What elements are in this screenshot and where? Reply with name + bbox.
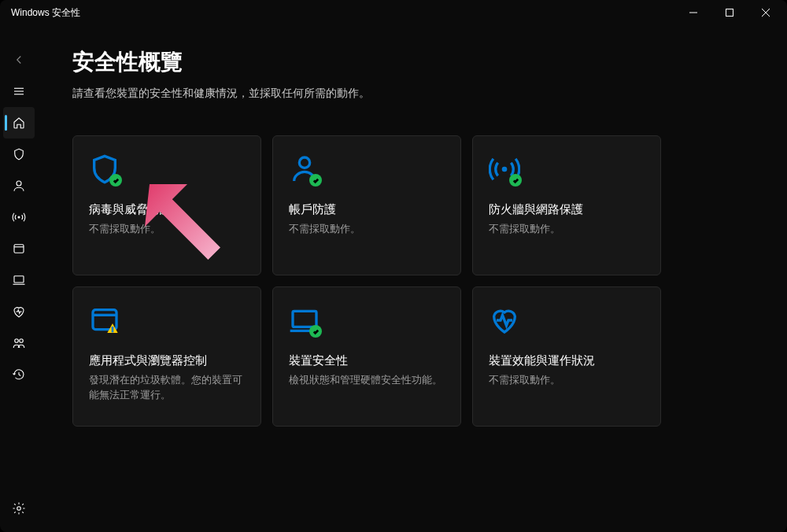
card-firewall[interactable]: 防火牆與網路保護 不需採取動作。 (472, 135, 661, 275)
card-title: 帳戶防護 (289, 202, 445, 217)
maximize-button[interactable] (711, 0, 748, 25)
svg-rect-11 (14, 276, 24, 283)
card-title: 裝置效能與運作狀況 (489, 353, 645, 368)
card-device-security[interactable]: 裝置安全性 檢視狀態和管理硬體安全性功能。 (272, 286, 461, 427)
status-ok-icon (109, 174, 122, 187)
back-button[interactable] (0, 44, 38, 76)
card-desc: 檢視狀態和管理硬體安全性功能。 (289, 373, 445, 388)
sidebar-item-home[interactable] (3, 107, 35, 139)
sidebar-item-firewall[interactable] (0, 201, 38, 233)
card-title: 防火牆與網路保護 (489, 202, 645, 217)
card-desc: 不需採取動作。 (289, 222, 445, 237)
status-warn-icon (106, 322, 119, 334)
sidebar-item-app[interactable] (0, 233, 38, 264)
sidebar-item-account[interactable] (0, 170, 38, 201)
app-body: 安全性概覽 請查看您裝置的安全性和健康情況，並採取任何所需的動作。 病毒與威脅防… (0, 25, 787, 532)
card-title: 病毒與威脅防護 (89, 202, 245, 217)
minimize-button[interactable] (675, 0, 711, 25)
health-icon (489, 305, 645, 339)
app-window: Windows 安全性 安全性概覽 請查看您裝置的安全性和健康情況，並採取任何所… (0, 0, 787, 532)
svg-point-8 (18, 216, 20, 219)
card-account[interactable]: 帳戶防護 不需採取動作。 (272, 135, 461, 275)
network-icon (489, 153, 645, 188)
svg-rect-9 (14, 245, 24, 253)
svg-point-7 (17, 181, 21, 186)
card-desc: 不需採取動作。 (489, 222, 645, 237)
card-desc: 不需採取動作。 (89, 222, 245, 237)
svg-point-15 (17, 507, 21, 511)
menu-button[interactable] (0, 76, 38, 107)
sidebar-item-device[interactable] (0, 264, 38, 296)
card-device-health[interactable]: 裝置效能與運作狀況 不需採取動作。 (472, 286, 661, 427)
shield-icon (89, 153, 245, 188)
svg-point-17 (502, 167, 508, 172)
status-ok-icon (309, 174, 322, 187)
svg-point-14 (20, 339, 24, 343)
sidebar (0, 25, 38, 532)
account-icon (289, 153, 445, 188)
page-subtitle: 請查看您裝置的安全性和健康情況，並採取任何所需的動作。 (72, 87, 740, 101)
sidebar-item-family[interactable] (0, 327, 38, 359)
app-browser-icon (89, 305, 245, 339)
card-app-browser[interactable]: 應用程式與瀏覽器控制 發現潛在的垃圾軟體。您的裝置可能無法正常運行。 (72, 286, 261, 427)
svg-rect-22 (293, 311, 316, 327)
svg-rect-20 (112, 327, 113, 330)
titlebar: Windows 安全性 (0, 0, 787, 25)
content-area: 安全性概覽 請查看您裝置的安全性和健康情況，並採取任何所需的動作。 病毒與威脅防… (38, 25, 787, 532)
sidebar-item-settings[interactable] (0, 493, 38, 524)
sidebar-item-virus[interactable] (0, 139, 38, 170)
cards-grid: 病毒與威脅防護 不需採取動作。 帳戶防護 不需採取動作。 (72, 135, 740, 427)
status-ok-icon (309, 325, 322, 338)
svg-rect-1 (726, 9, 733, 17)
svg-point-13 (15, 339, 19, 343)
card-virus-threat[interactable]: 病毒與威脅防護 不需採取動作。 (72, 135, 261, 275)
status-ok-icon (509, 174, 522, 187)
card-title: 裝置安全性 (289, 353, 445, 368)
sidebar-item-health[interactable] (0, 296, 38, 327)
close-button[interactable] (748, 0, 784, 25)
svg-rect-21 (112, 331, 113, 331)
card-desc: 發現潛在的垃圾軟體。您的裝置可能無法正常運行。 (89, 373, 245, 403)
page-title: 安全性概覽 (72, 47, 740, 77)
sidebar-item-history[interactable] (0, 359, 38, 390)
svg-point-16 (299, 157, 309, 168)
card-desc: 不需採取動作。 (489, 373, 645, 388)
device-icon (289, 305, 445, 339)
window-title: Windows 安全性 (11, 6, 80, 20)
card-title: 應用程式與瀏覽器控制 (89, 353, 245, 368)
